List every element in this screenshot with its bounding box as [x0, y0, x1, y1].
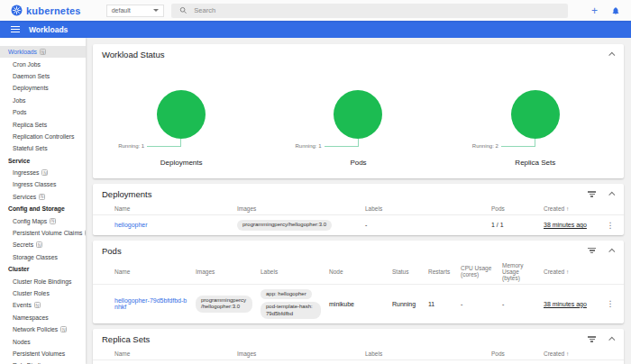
col-pods[interactable]: Pods — [491, 350, 544, 357]
sidebar-item-ingresses[interactable]: Ingresses N — [0, 167, 86, 178]
top-header: kubernetes default + — [0, 0, 631, 21]
sidebar-item-namespaces[interactable]: Namespaces — [0, 312, 86, 323]
col-pods[interactable]: Pods — [491, 205, 544, 212]
replica-sets-card: Replica Sets Name Images Labels Pods Cre… — [93, 329, 624, 364]
notifications-bell-icon[interactable] — [611, 6, 620, 15]
chevron-down-icon — [153, 9, 159, 12]
collapse-chevron-up-icon[interactable] — [608, 337, 615, 343]
pie-callout-line — [325, 139, 359, 147]
sidebar-item-replication-controllers[interactable]: Replication Controllers — [0, 131, 86, 142]
menu-hamburger-icon[interactable] — [11, 24, 20, 34]
col-labels[interactable]: Labels — [261, 268, 329, 275]
replica-set-row[interactable]: hellogopher-79d5bfdfbd programmingpercy/… — [93, 359, 624, 364]
deployment-name-link[interactable]: hellogopher — [114, 222, 237, 228]
col-memory[interactable]: Memory Usage (bytes) — [502, 262, 544, 281]
kubernetes-wheel-icon — [11, 5, 23, 16]
col-images[interactable]: Images — [196, 268, 261, 275]
col-restarts[interactable]: Restarts — [428, 268, 461, 275]
sidebar-item-config-maps[interactable]: Config Maps N — [0, 214, 86, 226]
namespaced-badge: N — [60, 326, 67, 332]
deployments-title: Deployments — [102, 189, 151, 199]
sidebar-item-jobs[interactable]: Jobs — [0, 95, 86, 106]
pods-table-header: Name Images Labels Node Status Restarts … — [93, 259, 624, 284]
namespace-value: default — [112, 7, 131, 14]
search-input[interactable] — [194, 6, 560, 14]
sidebar-item-events[interactable]: Events N — [0, 299, 86, 311]
sidebar-item-secrets[interactable]: Secrets N — [0, 239, 86, 250]
collapse-chevron-up-icon[interactable] — [608, 192, 615, 198]
row-menu-button[interactable]: ⋮ — [604, 221, 617, 230]
pods-cell: 1 / 1 — [491, 222, 544, 228]
kubernetes-dashboard: kubernetes default + Workloads Workloads — [0, 0, 631, 364]
workload-status-charts: Running: 1 Deployments Running: 1 Pods R… — [93, 63, 624, 178]
namespace-selector[interactable]: default — [106, 5, 164, 17]
workload-status-card: Workload Status Running: 1 Deployments — [93, 44, 624, 178]
sidebar-item-daemon-sets[interactable]: Daemon Sets — [0, 70, 86, 82]
label-chip: app: hellogopher — [261, 289, 312, 300]
filter-icon[interactable] — [588, 335, 596, 343]
workload-status-title: Workload Status — [102, 50, 165, 59]
pod-name-link[interactable]: hellogopher-79d5bfdfbd-bnhkf — [114, 297, 196, 310]
sidebar-item-persistent-volumes[interactable]: Persistent Volumes — [0, 348, 86, 359]
pie-running-label: Running: 2 — [472, 143, 498, 149]
deployments-card: Deployments Name Images Labels Pods Crea… — [93, 184, 624, 235]
sidebar-item-deployments[interactable]: Deployments — [0, 82, 86, 94]
label-chip: pod-template-hash: 79d5bfdfbd — [261, 302, 321, 319]
col-cpu[interactable]: CPU Usage (cores) — [461, 265, 502, 278]
col-name[interactable]: Name — [114, 350, 237, 357]
namespaced-badge: N — [40, 49, 46, 55]
kubernetes-logo[interactable]: kubernetes — [11, 5, 81, 16]
sidebar-item-pods[interactable]: Pods — [0, 106, 86, 118]
col-node[interactable]: Node — [329, 268, 392, 275]
labels-cell: app: hellogopher pod-template-hash: 79d5… — [261, 289, 329, 320]
node-cell: minikube — [329, 301, 392, 307]
pie-callout-line — [147, 139, 181, 147]
pie-circle — [511, 90, 560, 139]
namespaced-badge: N — [50, 218, 56, 224]
replica-sets-pie-chart: Running: 2 Replica Sets — [447, 63, 624, 178]
sidebar-item-cluster-roles[interactable]: Cluster Roles — [0, 287, 86, 299]
col-labels[interactable]: Labels — [365, 350, 491, 357]
row-menu-button[interactable]: ⋮ — [604, 299, 617, 308]
col-status[interactable]: Status — [392, 268, 428, 275]
col-labels[interactable]: Labels — [365, 205, 491, 212]
sidebar-item-workloads[interactable]: Workloads N — [0, 46, 86, 58]
replica-sets-table-header: Name Images Labels Pods Created ↑ — [93, 348, 624, 359]
sidebar-item-network-policies[interactable]: Network Policies N — [0, 323, 86, 335]
sidebar-item-cron-jobs[interactable]: Cron Jobs — [0, 58, 86, 69]
sidebar-item-stateful-sets[interactable]: Stateful Sets — [0, 142, 86, 154]
sidebar-section-config-and-storage: Config and Storage — [0, 203, 86, 214]
pod-row[interactable]: hellogopher-79d5bfdfbd-bnhkf programming… — [93, 284, 624, 324]
col-created[interactable]: Created ↑ — [544, 205, 604, 212]
sidebar-item-cluster-role-bindings[interactable]: Cluster Role Bindings — [0, 275, 86, 287]
sidebar-item-persistent-volume-claims[interactable]: Persistent Volume Claims N — [0, 227, 86, 239]
col-created[interactable]: Created ↑ — [544, 268, 604, 275]
image-chip: programmingpercy/hellogopher:3.0 — [237, 220, 332, 231]
col-created[interactable]: Created ↑ — [544, 350, 604, 357]
filter-icon[interactable] — [588, 247, 596, 255]
collapse-chevron-up-icon[interactable] — [608, 52, 615, 59]
col-images[interactable]: Images — [237, 205, 365, 212]
col-name[interactable]: Name — [114, 268, 196, 275]
pods-title: Pods — [102, 246, 122, 256]
pods-card: Pods Name Images Labels Node Status Rest… — [93, 241, 624, 324]
sidebar-item-services[interactable]: Services N — [0, 191, 86, 203]
sidebar-item-ingress-classes[interactable]: Ingress Classes — [0, 178, 86, 190]
sidebar-item-nodes[interactable]: Nodes — [0, 335, 86, 347]
sidebar-item-role-bindings[interactable]: Role Bindings — [0, 359, 86, 364]
col-images[interactable]: Images — [237, 350, 365, 357]
chart-title: Replica Sets — [447, 159, 624, 167]
sidebar-item-replica-sets[interactable]: Replica Sets — [0, 118, 86, 130]
search-bar[interactable] — [171, 4, 568, 18]
deployment-row[interactable]: hellogopher programmingpercy/hellogopher… — [93, 214, 624, 235]
col-name[interactable]: Name — [114, 205, 237, 212]
memory-cell: - — [502, 301, 544, 307]
create-resource-button[interactable]: + — [591, 6, 598, 15]
namespaced-badge: N — [36, 241, 42, 248]
cpu-cell: - — [461, 301, 502, 307]
replica-sets-title: Replica Sets — [102, 334, 150, 344]
sidebar-item-storage-classes[interactable]: Storage Classes — [0, 251, 86, 263]
collapse-chevron-up-icon[interactable] — [608, 248, 615, 254]
filter-icon[interactable] — [588, 190, 596, 198]
page-toolbar: Workloads — [0, 21, 631, 38]
